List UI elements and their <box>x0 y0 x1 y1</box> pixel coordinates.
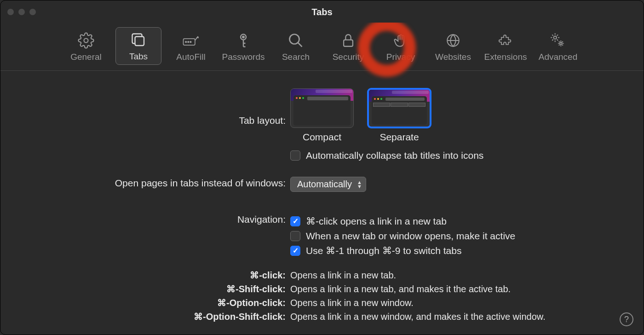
svg-point-3 <box>185 41 187 43</box>
shortcut-desc: Opens a link in a new window, and makes … <box>290 310 625 323</box>
lock-icon <box>339 32 357 49</box>
shortcut-key: ⌘-click: <box>19 268 290 282</box>
toolbar-label: AutoFill <box>176 52 205 62</box>
toolbar-label: Security <box>333 52 364 62</box>
minimize-window-button[interactable] <box>18 9 25 15</box>
toolbar-label: Websites <box>435 52 471 62</box>
shortcut-key: ⌘-Option-Shift-click: <box>19 310 290 323</box>
collapse-tab-titles-label: Automatically collapse tab titles into i… <box>306 150 483 161</box>
open-pages-select-value: Automatically <box>297 179 352 190</box>
autofill-icon <box>182 32 200 49</box>
svg-rect-1 <box>135 37 144 46</box>
svg-point-7 <box>242 36 244 38</box>
tab-layout-separate[interactable]: Separate <box>368 88 431 143</box>
tabs-settings-content: Tab layout: Compact <box>0 71 644 333</box>
cmd-click-new-tab-checkbox[interactable] <box>290 216 300 226</box>
svg-point-4 <box>188 41 189 43</box>
svg-point-5 <box>190 41 191 43</box>
toolbar-item-general[interactable]: General <box>63 27 109 65</box>
close-window-button[interactable] <box>7 9 14 15</box>
traffic-lights <box>7 9 36 15</box>
open-pages-select[interactable]: Automatically ▲▼ <box>290 177 366 192</box>
zoom-window-button[interactable] <box>29 9 36 15</box>
toolbar-label: Passwords <box>222 52 265 62</box>
toolbar-label: Privacy <box>386 52 415 62</box>
tabs-icon <box>130 31 147 49</box>
open-pages-label: Open pages in tabs instead of windows: <box>19 176 290 189</box>
toolbar-label: Tabs <box>129 52 148 62</box>
toolbar-item-passwords[interactable]: Passwords <box>220 27 266 65</box>
key-icon <box>235 32 252 49</box>
preferences-toolbar: General Tabs AutoFill Passwords Search S… <box>0 23 644 71</box>
tab-layout-compact[interactable]: Compact <box>290 88 354 143</box>
shortcut-desc: Opens a link in a new tab. <box>290 268 625 282</box>
shortcut-desc: Opens a link in a new window. <box>290 296 625 310</box>
titlebar: Tabs <box>0 0 644 23</box>
toolbar-label: Search <box>282 52 310 62</box>
toolbar-item-advanced[interactable]: Advanced <box>535 27 581 65</box>
tab-layout-separate-label: Separate <box>380 132 419 143</box>
globe-icon <box>444 32 462 49</box>
new-tab-active-label: When a new tab or window opens, make it … <box>306 231 515 242</box>
toolbar-item-websites[interactable]: Websites <box>430 27 476 65</box>
toolbar-item-search[interactable]: Search <box>273 27 319 65</box>
svg-point-11 <box>554 36 557 39</box>
toolbar-item-extensions[interactable]: Extensions <box>483 27 529 65</box>
toolbar-item-security[interactable]: Security <box>325 27 371 65</box>
toolbar-item-privacy[interactable]: Privacy <box>378 27 424 65</box>
collapse-tab-titles-checkbox[interactable] <box>290 150 300 161</box>
chevron-updown-icon: ▲▼ <box>357 180 362 189</box>
shortcut-desc: Opens a link in a new tab, and makes it … <box>290 282 625 296</box>
gear-icon <box>77 32 95 49</box>
cmd-number-switch-checkbox[interactable] <box>290 246 300 256</box>
shortcuts-legend: ⌘-click:Opens a link in a new tab. ⌘-Shi… <box>19 268 625 323</box>
shortcut-key: ⌘-Shift-click: <box>19 282 290 296</box>
cmd-number-switch-label: Use ⌘-1 through ⌘-9 to switch tabs <box>306 245 461 256</box>
toolbar-item-tabs[interactable]: Tabs <box>115 27 161 65</box>
toolbar-item-autofill[interactable]: AutoFill <box>168 27 214 65</box>
toolbar-label: Extensions <box>484 52 527 62</box>
shortcut-key: ⌘-Option-click: <box>19 296 290 310</box>
help-button[interactable]: ? <box>620 312 633 326</box>
toolbar-label: Advanced <box>539 52 578 62</box>
svg-point-12 <box>560 42 562 45</box>
svg-point-8 <box>290 35 299 44</box>
search-icon <box>287 32 305 49</box>
window-title: Tabs <box>0 7 644 17</box>
tab-layout-compact-label: Compact <box>303 132 341 143</box>
puzzle-icon <box>497 32 514 49</box>
cmd-click-new-tab-label: ⌘-click opens a link in a new tab <box>306 216 447 227</box>
svg-rect-9 <box>344 40 353 46</box>
navigation-label: Navigation: <box>19 212 290 225</box>
tab-layout-label: Tab layout: <box>19 88 290 126</box>
gears-icon <box>549 32 567 49</box>
new-tab-active-checkbox[interactable] <box>290 231 300 241</box>
toolbar-label: General <box>70 52 102 62</box>
svg-point-0 <box>84 39 88 43</box>
hand-icon <box>392 32 409 49</box>
